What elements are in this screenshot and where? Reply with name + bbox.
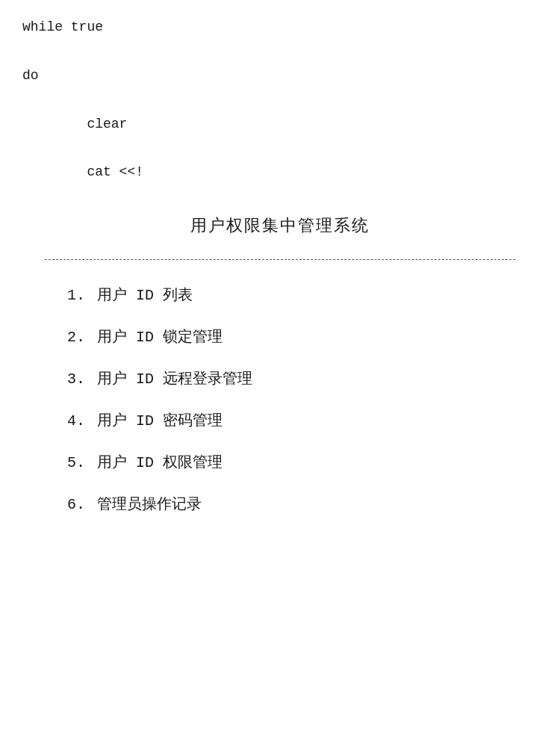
menu-item-number-5: 5. — [67, 450, 90, 477]
menu-item-5: 5.用户 ID 权限管理 — [67, 442, 493, 484]
code-line-cat: cat <<! — [22, 160, 538, 184]
menu-item-number-1: 1. — [67, 282, 90, 309]
code-line-empty1 — [22, 39, 538, 63]
menu-item-number-4: 4. — [67, 408, 90, 435]
menu-item-label-3: 用户 ID 远程登录管理 — [97, 366, 252, 393]
section-divider — [45, 259, 515, 260]
menu-item-label-6: 管理员操作记录 — [97, 492, 202, 518]
menu-item-4: 4.用户 ID 密码管理 — [67, 400, 493, 442]
menu-item-number-2: 2. — [67, 324, 90, 351]
menu-item-label-5: 用户 ID 权限管理 — [97, 450, 223, 477]
code-line-do: do — [22, 63, 538, 87]
code-line-empty3 — [22, 136, 538, 160]
menu-list: 1.用户 ID 列表2.用户 ID 锁定管理3.用户 ID 远程登录管理4.用户… — [22, 275, 538, 526]
menu-item-number-3: 3. — [67, 366, 90, 393]
menu-item-label-4: 用户 ID 密码管理 — [97, 408, 223, 435]
menu-item-3: 3.用户 ID 远程登录管理 — [67, 359, 493, 400]
menu-item-1: 1.用户 ID 列表 — [67, 275, 493, 317]
menu-item-number-6: 6. — [67, 492, 90, 518]
menu-item-label-1: 用户 ID 列表 — [97, 282, 193, 309]
menu-item-label-2: 用户 ID 锁定管理 — [97, 324, 223, 351]
code-block: while true do clear cat <<! — [22, 15, 538, 185]
code-line-empty2 — [22, 87, 538, 111]
menu-item-6: 6.管理员操作记录 — [67, 484, 493, 526]
title-section: 用户权限集中管理系统 — [22, 207, 538, 252]
system-title: 用户权限集中管理系统 — [67, 214, 493, 237]
code-line-clear: clear — [22, 112, 538, 136]
code-line-while-true: while true — [22, 15, 538, 39]
menu-item-2: 2.用户 ID 锁定管理 — [67, 317, 493, 359]
